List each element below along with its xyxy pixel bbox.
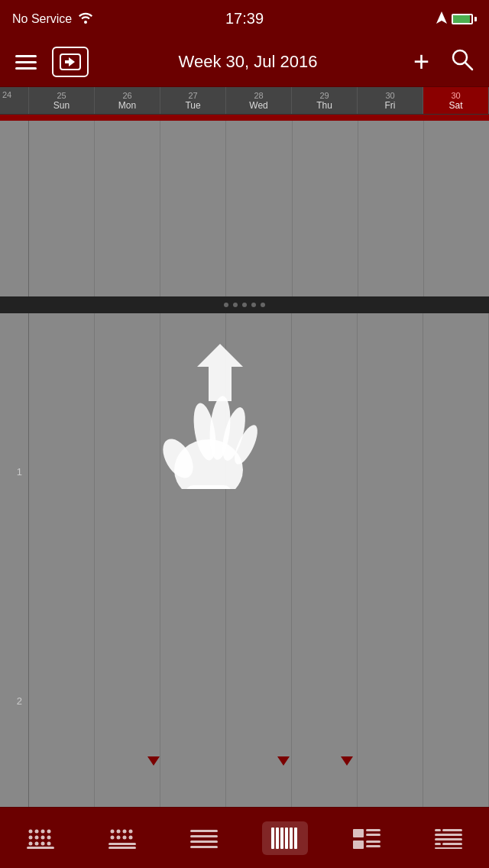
upper-col-wed[interactable] [226,121,292,296]
add-event-button[interactable]: + [407,43,436,81]
svg-point-21 [41,835,45,839]
day-num-sun: 25 [57,91,66,100]
lower-col-wed[interactable] [226,313,292,807]
hamburger-line-1 [15,55,37,57]
location-icon [436,11,447,27]
svg-rect-57 [435,838,462,840]
time-column: 1 2 [0,313,29,807]
upper-col-thu[interactable] [293,121,358,296]
svg-point-26 [47,841,51,845]
nav-agenda-1[interactable] [344,821,390,855]
upper-week-num-col [0,121,29,296]
time-label-1: 1 [17,466,25,478]
svg-point-17 [41,829,45,833]
lower-col-sun[interactable] [29,313,95,807]
day-header-sat[interactable]: 30 Sat [423,87,489,114]
day-num-sat: 30 [451,91,460,100]
upper-col-fri[interactable] [358,121,424,296]
svg-point-35 [128,835,132,839]
lower-col-thu[interactable] [292,313,358,807]
lower-col-mon[interactable] [95,313,160,807]
day-header-wed[interactable]: 28 Wed [226,87,292,114]
svg-point-30 [122,829,126,833]
lower-col-fri[interactable] [358,313,423,807]
svg-rect-53 [366,840,381,843]
down-arrow-2 [277,755,290,769]
toolbar: Week 30, Jul 2016 + [0,37,489,87]
divider-bar [0,296,489,313]
dot-5 [261,303,265,307]
svg-point-20 [35,835,39,839]
upper-col-mon[interactable] [95,121,160,296]
svg-rect-43 [276,828,279,849]
svg-marker-4 [147,756,160,766]
lower-col-tue[interactable] [160,313,226,807]
dot-1 [224,303,228,307]
svg-rect-51 [366,834,381,836]
svg-point-22 [47,835,51,839]
day-name-sat: Sat [449,100,462,111]
day-name-thu: Thu [316,100,332,111]
nav-week-vertical[interactable] [262,821,308,855]
time-label-2: 2 [17,695,25,707]
status-bar: No Service 17:39 [0,0,489,37]
svg-point-16 [35,829,39,833]
back-button[interactable] [52,47,89,77]
svg-rect-46 [290,828,293,849]
svg-rect-59 [435,847,462,849]
svg-rect-58 [435,843,441,845]
battery-indicator [452,14,477,24]
svg-point-25 [41,841,45,845]
day-num-fri: 30 [385,91,394,100]
svg-marker-5 [277,756,290,766]
svg-rect-42 [271,828,274,849]
upper-col-tue[interactable] [160,121,226,296]
carrier-text: No Service [12,12,72,26]
nav-list[interactable] [181,821,227,855]
day-name-fri: Fri [385,100,396,111]
nav-week-dots[interactable] [99,821,145,855]
svg-point-34 [122,835,126,839]
hamburger-line-2 [15,61,37,63]
svg-rect-39 [190,835,218,837]
svg-rect-54 [366,845,381,847]
svg-rect-38 [190,830,218,832]
svg-rect-27 [27,847,54,849]
lower-col-sat[interactable] [423,313,489,807]
svg-rect-40 [190,840,218,843]
today-highlight-bar [0,115,489,121]
lower-time-grid: 1 2 [0,313,489,807]
wifi-icon [78,11,93,27]
upper-col-sat[interactable] [424,121,489,296]
hamburger-line-3 [15,67,37,70]
svg-point-29 [116,829,120,833]
svg-point-33 [116,835,120,839]
menu-button[interactable] [9,49,43,76]
scroll-dots [224,303,265,307]
svg-rect-61 [442,843,462,845]
nav-agenda-2[interactable] [426,821,471,855]
day-name-wed: Wed [249,100,267,111]
day-header-sun[interactable]: 25 Sun [29,87,95,114]
svg-marker-6 [341,756,353,766]
day-num-mon: 26 [122,91,131,100]
day-header-tue[interactable]: 27 Tue [160,87,226,114]
upper-col-sun[interactable] [29,121,95,296]
svg-rect-60 [442,829,462,831]
week-num: 24 [0,89,14,101]
svg-point-32 [110,835,114,839]
day-name-sun: Sun [53,100,70,111]
svg-point-28 [110,829,114,833]
day-num-wed: 28 [254,91,263,100]
toolbar-title: Week 30, Jul 2016 [98,52,398,72]
search-button[interactable] [445,45,480,79]
day-header-fri[interactable]: 30 Fri [358,87,423,114]
svg-point-15 [29,829,33,833]
day-header-mon[interactable]: 26 Mon [95,87,160,114]
week-num-header: 24 [0,87,29,114]
day-header-thu[interactable]: 29 Thu [292,87,358,114]
nav-month-dots[interactable] [18,821,63,855]
day-name-mon: Mon [118,100,136,111]
day-num-thu: 29 [319,91,329,100]
svg-rect-50 [366,829,381,831]
